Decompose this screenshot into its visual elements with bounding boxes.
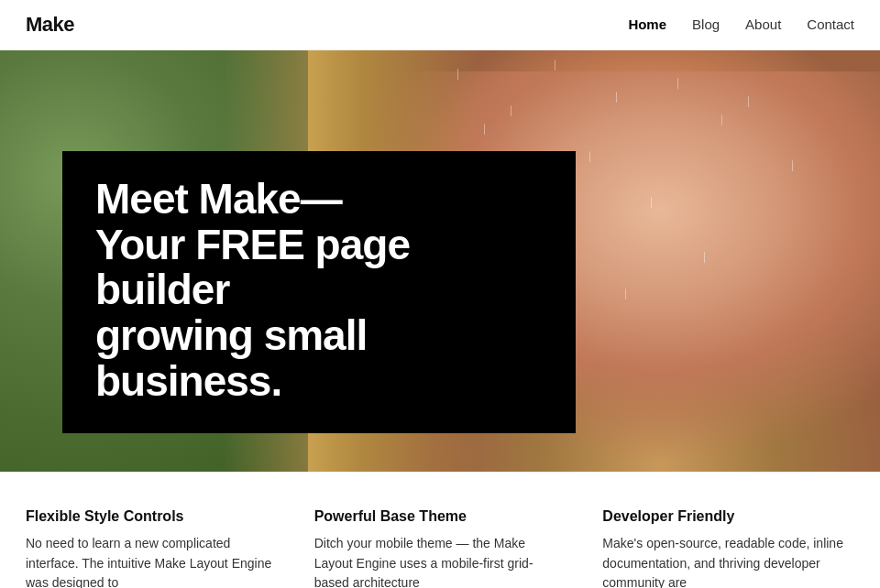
hero-section: Meet Make—Your FREE page buildergrowing … — [0, 50, 880, 472]
nav-link-about[interactable]: About — [745, 16, 781, 32]
feature-item-3: Developer Friendly Make's open-source, r… — [602, 508, 854, 588]
site-header: Make Home Blog About Contact — [0, 0, 880, 50]
nav-list: Home Blog About Contact — [628, 16, 854, 33]
nav-link-home[interactable]: Home — [628, 16, 666, 32]
feature-item-2: Powerful Base Theme Ditch your mobile th… — [314, 508, 566, 588]
hero-title: Meet Make—Your FREE page buildergrowing … — [95, 177, 543, 404]
nav-link-contact[interactable]: Contact — [807, 16, 854, 32]
feature-title-1: Flexible Style Controls — [26, 508, 278, 525]
nav-item-home[interactable]: Home — [628, 16, 666, 33]
feature-text-2: Ditch your mobile theme — the Make Layou… — [314, 534, 566, 588]
nav-item-about[interactable]: About — [745, 16, 781, 33]
feature-text-1: No need to learn a new complicated inter… — [26, 534, 278, 588]
feature-item-1: Flexible Style Controls No need to learn… — [26, 508, 278, 588]
feature-title-3: Developer Friendly — [602, 508, 854, 525]
site-logo[interactable]: Make — [26, 13, 74, 37]
hero-text-overlay: Meet Make—Your FREE page buildergrowing … — [62, 151, 576, 433]
feature-title-2: Powerful Base Theme — [314, 508, 566, 525]
feature-text-3: Make's open-source, readable code, inlin… — [602, 534, 854, 588]
nav-link-blog[interactable]: Blog — [692, 16, 720, 32]
nav-item-blog[interactable]: Blog — [692, 16, 720, 33]
features-section: Flexible Style Controls No need to learn… — [0, 472, 880, 588]
nav-item-contact[interactable]: Contact — [807, 16, 854, 33]
main-nav: Home Blog About Contact — [628, 16, 854, 33]
